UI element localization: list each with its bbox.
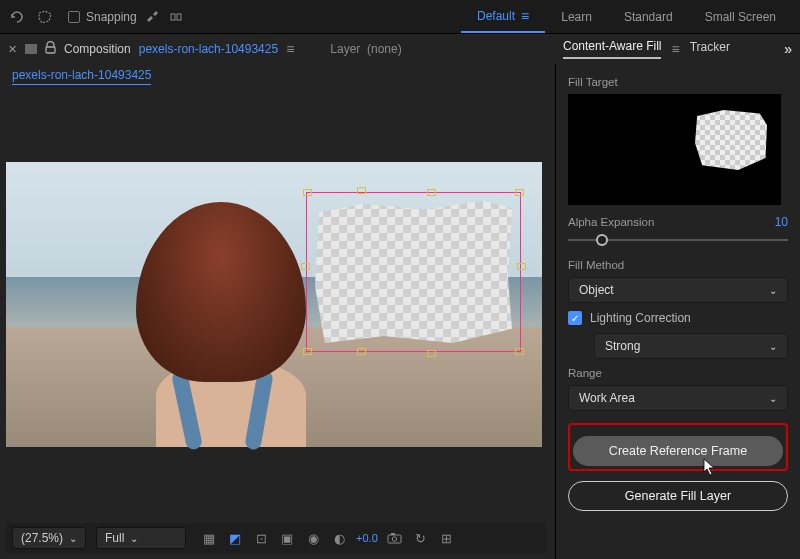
fill-method-value: Object xyxy=(579,283,614,297)
alpha-expansion-slider[interactable] xyxy=(568,231,788,249)
mask-handle[interactable] xyxy=(303,348,312,355)
fill-method-dropdown[interactable]: Object ⌄ xyxy=(568,277,788,303)
layer-value: (none) xyxy=(367,42,402,56)
workspace-menu-icon[interactable]: ≡ xyxy=(521,8,529,24)
mask-handle[interactable] xyxy=(515,189,524,196)
slider-thumb[interactable] xyxy=(596,234,608,246)
generate-fill-layer-button[interactable]: Generate Fill Layer xyxy=(568,481,788,511)
mask-handle[interactable] xyxy=(427,350,436,357)
lighting-correction-label: Lighting Correction xyxy=(590,311,691,325)
mask-tool-icon[interactable] xyxy=(36,8,54,26)
color-mgmt-icon[interactable]: ◐ xyxy=(330,530,348,546)
range-dropdown[interactable]: Work Area ⌄ xyxy=(568,385,788,411)
layer-label: Layer (none) xyxy=(330,42,401,56)
fill-target-label: Fill Target xyxy=(568,76,788,88)
mask-toggle-icon[interactable]: ◩ xyxy=(226,530,244,546)
cursor-icon xyxy=(703,458,717,479)
viewer-image-figure xyxy=(96,192,326,447)
viewer-icon-group: ▦ ◩ ⊡ ▣ ◉ ◐ +0.0 ↻ ⊞ xyxy=(200,530,456,546)
workspace-tab-standard[interactable]: Standard xyxy=(608,0,689,33)
workspace-tab-learn[interactable]: Learn xyxy=(545,0,608,33)
breadcrumb-item[interactable]: pexels-ron-lach-10493425 xyxy=(12,68,151,85)
fill-target-preview xyxy=(568,94,781,205)
workspace-tab-label: Standard xyxy=(624,10,673,24)
right-panel-header: Content-Aware Fill ≡ Tracker » xyxy=(555,34,800,64)
resolution-dropdown[interactable]: Full ⌄ xyxy=(96,527,186,549)
mask-handle[interactable] xyxy=(357,348,366,355)
alpha-expansion-label: Alpha Expansion xyxy=(568,216,654,228)
fill-method-label: Fill Method xyxy=(568,259,788,271)
lock-icon[interactable] xyxy=(45,41,56,57)
lighting-correction-dropdown[interactable]: Strong ⌄ xyxy=(594,333,788,359)
layer-label-text: Layer xyxy=(330,42,360,56)
fill-target-shape xyxy=(695,110,767,170)
mask-handle[interactable] xyxy=(515,348,524,355)
svg-rect-0 xyxy=(171,14,175,20)
lighting-correction-value: Strong xyxy=(605,339,640,353)
snapping-toggle[interactable]: Snapping xyxy=(68,8,185,26)
channel-icon[interactable]: ◉ xyxy=(304,530,322,546)
create-reference-frame-button[interactable]: Create Reference Frame xyxy=(573,436,783,466)
guides-icon[interactable]: ⊡ xyxy=(252,530,270,546)
mask-region-of-interest[interactable] xyxy=(306,192,521,352)
resolution-value: Full xyxy=(105,531,124,545)
range-label: Range xyxy=(568,367,788,379)
button-label: Create Reference Frame xyxy=(609,444,747,458)
create-reference-frame-highlight: Create Reference Frame xyxy=(568,423,788,471)
top-toolbar: Snapping Default ≡ Learn Standard Small … xyxy=(0,0,800,34)
zoom-value: (27.5%) xyxy=(21,531,63,545)
mask-handle[interactable] xyxy=(357,187,366,194)
svg-point-4 xyxy=(393,537,397,541)
chevron-down-icon: ⌄ xyxy=(769,341,777,352)
chevron-down-icon: ⌄ xyxy=(69,533,77,544)
chevron-down-icon: ⌄ xyxy=(130,533,138,544)
panel-menu-icon[interactable]: ≡ xyxy=(671,41,679,57)
svg-rect-2 xyxy=(46,47,55,53)
mask-handle[interactable] xyxy=(303,189,312,196)
viewer-area: pexels-ron-lach-10493425 (27.5%) ⌄ xyxy=(0,64,553,559)
workspace-tab-label: Small Screen xyxy=(705,10,776,24)
range-value: Work Area xyxy=(579,391,635,405)
composition-menu-icon[interactable]: ≡ xyxy=(286,41,294,57)
safe-zones-icon[interactable]: ▣ xyxy=(278,530,296,546)
panel-expand-icon[interactable]: » xyxy=(784,41,792,57)
breadcrumb: pexels-ron-lach-10493425 xyxy=(0,64,553,88)
panel-color-swatch xyxy=(25,44,37,54)
mask-handle[interactable] xyxy=(427,189,436,196)
chevron-down-icon: ⌄ xyxy=(769,393,777,404)
magnet-icon[interactable] xyxy=(143,8,161,26)
lighting-correction-checkbox-row[interactable]: ✓ Lighting Correction xyxy=(568,311,788,325)
zoom-dropdown[interactable]: (27.5%) ⌄ xyxy=(12,527,86,549)
button-label: Generate Fill Layer xyxy=(625,489,731,503)
mask-handle[interactable] xyxy=(517,263,526,270)
snap-collision-icon[interactable] xyxy=(167,8,185,26)
workspace-tabs: Default ≡ Learn Standard Small Screen xyxy=(461,0,792,33)
composition-label: Composition xyxy=(64,42,131,56)
svg-rect-5 xyxy=(391,533,395,535)
tab-content-aware-fill[interactable]: Content-Aware Fill xyxy=(563,39,661,59)
mask-transparency-shape xyxy=(315,201,512,343)
mask-handle[interactable] xyxy=(301,263,310,270)
rotate-tool-icon[interactable] xyxy=(8,8,26,26)
lighting-correction-checkbox[interactable]: ✓ xyxy=(568,311,582,325)
composition-viewer[interactable] xyxy=(6,162,542,447)
content-aware-fill-panel: Fill Target Alpha Expansion 10 Fill Meth… xyxy=(555,64,800,559)
snapshot-icon[interactable] xyxy=(386,530,404,546)
workspace-tab-label: Default xyxy=(477,9,515,23)
workspace-tab-smallscreen[interactable]: Small Screen xyxy=(689,0,792,33)
refresh-icon[interactable]: ↻ xyxy=(412,530,430,546)
transparency-grid-icon[interactable]: ▦ xyxy=(200,530,218,546)
exposure-value[interactable]: +0.0 xyxy=(356,532,378,544)
alpha-expansion-value[interactable]: 10 xyxy=(775,215,788,229)
workspace-tab-default[interactable]: Default ≡ xyxy=(461,0,545,33)
close-panel-icon[interactable]: ✕ xyxy=(8,43,17,56)
viewer-bottom-bar: (27.5%) ⌄ Full ⌄ ▦ ◩ ⊡ ▣ ◉ ◐ +0.0 ↻ ⊞ xyxy=(6,523,546,553)
tab-tracker[interactable]: Tracker xyxy=(690,40,730,58)
snapping-label: Snapping xyxy=(86,10,137,24)
svg-rect-3 xyxy=(388,535,401,543)
composition-name[interactable]: pexels-ron-lach-10493425 xyxy=(139,42,278,56)
svg-rect-1 xyxy=(177,14,181,20)
timecode-icon[interactable]: ⊞ xyxy=(438,530,456,546)
snapping-checkbox[interactable] xyxy=(68,11,80,23)
chevron-down-icon: ⌄ xyxy=(769,285,777,296)
